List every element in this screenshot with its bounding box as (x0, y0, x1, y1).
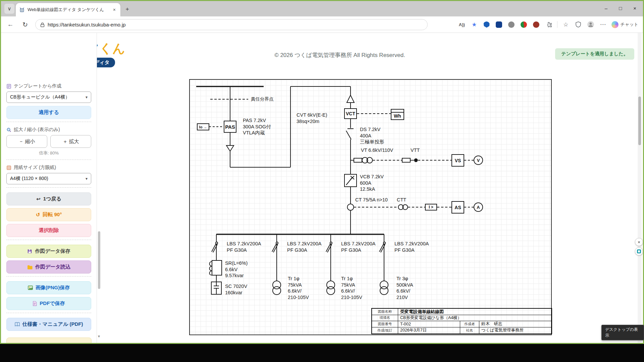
apply-template-button[interactable]: 適用する (6, 106, 91, 119)
tab-title: Web単線結線図エディタ タンケツくん (28, 7, 109, 13)
tr-spec-label[interactable]: Tr 3φ 500kVA 6.6kV/ 210V (396, 276, 413, 300)
back-button[interactable]: ← (6, 20, 15, 29)
title-block[interactable]: 図面名称 受変電設備単線結線図 現場名 CB形受変電設備ひな形（A4横） 図面番… (371, 308, 552, 334)
template-select[interactable]: CB形キュービクル（A4横）▾ (6, 92, 91, 103)
rotate-90-button[interactable]: ↺回転 90° (6, 208, 91, 221)
sidebar: テンプレートから作成 CB形キュービクル（A4横）▾ 適用する 拡大 / 縮小 … (1, 33, 97, 343)
vtt-label[interactable]: VTT (411, 147, 420, 154)
tr-spec-label[interactable]: Tr 1φ 75kVA 6.6kV/ 210-105V (341, 276, 362, 300)
titleblock-label: 図面番号 (372, 321, 398, 327)
extension-gray-icon[interactable] (507, 20, 516, 28)
paper-size-select[interactable]: A4横 (1120 × 800)▾ (6, 173, 91, 184)
pas-spec-label[interactable]: PAS 7.2kV 300A SOG付 VTLA内蔵 (243, 117, 271, 136)
extension-red-icon[interactable] (532, 20, 540, 28)
window-close-button[interactable]: × (633, 5, 636, 11)
zoom-section-label: 拡大 / 縮小 (表示のみ) (6, 127, 91, 133)
manual-pdf-button[interactable]: 仕様書・マニュアル (PDF) (6, 318, 91, 331)
divider (6, 240, 91, 240)
sc-spec-label[interactable]: SC 7020V 160kvar (225, 283, 247, 296)
ctt-label[interactable]: CTT (397, 197, 406, 203)
cvt-spec-label[interactable]: CVT 6kV(E-E) 38sq×20m (297, 112, 327, 124)
titleblock-label: 作成/改訂 (372, 327, 398, 334)
ds-spec-label[interactable]: DS 7.2kV 400A 三極単投形 (360, 126, 384, 145)
rotate-icon: ↺ (36, 212, 40, 218)
as-box[interactable]: AS (451, 201, 464, 214)
browser-tab[interactable]: Web単線結線図エディタ タンケツくん × (16, 3, 120, 16)
vs-box[interactable]: VS (451, 154, 464, 167)
sr-spec-label[interactable]: SR(L=6%) 6.6kV 9.57kvar (225, 260, 248, 279)
sidebar-scrollbar-thumb[interactable] (98, 231, 100, 289)
more-menu-icon[interactable]: ⋯ (599, 20, 607, 28)
extension-password-manager-icon[interactable] (495, 20, 503, 28)
author-name: 鈴木 研志 (479, 321, 552, 327)
vcb-spec-label[interactable]: VCB 7.2kV 600A 12.5kA (360, 174, 384, 192)
save-drawing-data-button[interactable]: 作図データ保存 (6, 245, 91, 258)
vt-spec-label[interactable]: VT 6.6kV/110V (361, 147, 393, 154)
image-icon (28, 286, 33, 290)
divider (6, 160, 91, 160)
copilot-chat-button[interactable]: チャット (611, 21, 638, 28)
page-scrollbar-track[interactable] (638, 33, 642, 343)
favorite-star-icon[interactable]: ★ (470, 20, 478, 28)
divider (6, 122, 91, 122)
page-scrollbar-thumb[interactable] (638, 97, 641, 145)
profile-avatar[interactable] (587, 20, 595, 28)
lbs-spec-label[interactable]: LBS 7.2kV200A PF G30A (341, 241, 375, 253)
floating-widget-close-button[interactable]: × (635, 238, 643, 246)
partial-hidden-button[interactable] (6, 338, 92, 343)
drawing-canvas[interactable]: Io → PAS VCT Wh VS V I > AS A 責任分界点 PAS … (189, 79, 552, 335)
zoom-out-button[interactable]: － 縮小 (6, 135, 47, 148)
tab-search-chevron-icon[interactable]: ∨ (4, 4, 14, 14)
divider (6, 313, 91, 313)
extensions-puzzle-icon[interactable] (545, 20, 553, 28)
extension-colored-icon[interactable] (520, 20, 528, 28)
site-name: CB形受変電設備ひな形（A4横） (398, 315, 552, 321)
copilot-icon (611, 21, 619, 28)
taskbar: 検索 ∧ A 21:24 2026/03/07 (0, 344, 644, 362)
voltmeter-circle[interactable]: V (474, 156, 483, 165)
tr-spec-label[interactable]: Tr 1φ 75kVA 6.6kV/ 210-105V (288, 276, 309, 300)
extension-widget-icon (637, 249, 641, 253)
chevron-down-icon: ▾ (86, 95, 88, 100)
delete-selection-button[interactable]: 選択削除 (6, 224, 91, 237)
extension-shield-blue-icon[interactable] (483, 20, 491, 28)
wh-meter-box[interactable]: Wh (391, 109, 404, 120)
read-aloud-icon[interactable]: A)) (458, 20, 466, 28)
pas-box[interactable]: PAS (224, 121, 236, 133)
page-content: タンケツくん Web単線結線図エディタ © 2026 つくば電気管理事務所 Al… (1, 33, 643, 343)
load-drawing-data-button[interactable]: 作図データ読込 (6, 260, 91, 274)
window-maximize-button[interactable]: □ (619, 5, 622, 11)
favorites-bar-icon[interactable]: ☆ (562, 20, 570, 28)
boundary-label[interactable]: 責任分界点 (251, 96, 274, 103)
floating-extension-widget[interactable] (635, 247, 643, 255)
window-minimize-button[interactable]: – (605, 5, 607, 11)
paper-section-label: 用紙サイズ (方眼紙) (6, 165, 91, 171)
chevron-down-icon: ▾ (86, 176, 88, 181)
zoom-ratio-label: 倍率: 80% (6, 150, 91, 156)
ammeter-circle[interactable]: A (474, 202, 483, 212)
lbs-spec-label[interactable]: LBS 7.2kV200A PF G30A (287, 241, 321, 253)
save-png-button[interactable]: 画像(PNG)保存 (6, 281, 91, 294)
io-relay-box[interactable]: Io → (197, 123, 209, 130)
lbs-spec-label[interactable]: LBS 7.2kV200A PF G30A (227, 241, 261, 253)
overcurrent-relay-box[interactable]: I > (425, 204, 437, 210)
vct-box[interactable]: VCT (344, 108, 357, 119)
new-tab-button[interactable]: ＋ (124, 5, 130, 13)
sidebar-scroll-down-icon[interactable]: ▼ (97, 335, 101, 338)
lock-icon (40, 22, 45, 27)
refresh-button[interactable]: ↻ (20, 20, 30, 29)
browser-essentials-shield-icon[interactable] (574, 20, 582, 28)
undo-button[interactable]: ↩1つ戻る (6, 192, 91, 205)
tab-close-icon[interactable]: × (112, 7, 117, 12)
ct-spec-label[interactable]: CT 75/5A n>10 (355, 197, 388, 203)
drawing-title: 受変電設備単線結線図 (398, 309, 552, 315)
titleblock-label: 社名 (460, 327, 479, 334)
address-bar[interactable]: https://tanketsukun.tsukuba-emo.jp (35, 19, 428, 30)
save-pdf-button[interactable]: PDFで保存 (6, 297, 91, 310)
lbs-spec-label[interactable]: LBS 7.2kV200A PF G30A (394, 241, 429, 253)
divider (6, 187, 91, 188)
zoom-in-button[interactable]: ＋ 拡大 (50, 135, 91, 148)
titleblock-label: 作成者 (460, 321, 479, 327)
paper-icon (6, 165, 11, 170)
floppy-disk-icon (27, 249, 32, 254)
